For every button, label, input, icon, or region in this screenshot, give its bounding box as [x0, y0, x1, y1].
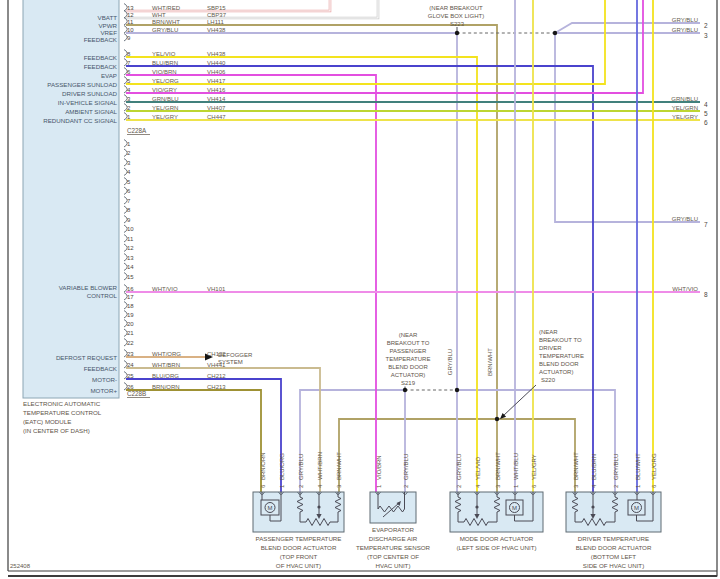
splice-text: BLEND DOOR: [388, 364, 428, 370]
pin-number: 3: [127, 160, 131, 166]
splice-text: (NEAR: [399, 332, 418, 338]
pin-function-label: FEEDBACK: [84, 365, 118, 372]
splice-points: [205, 27, 557, 421]
pin-number: 4: [127, 169, 131, 175]
pin-number: 6: [127, 69, 131, 75]
splice-text: BREAKOUT TO: [539, 337, 582, 343]
pin-function-label: MOTOR+: [90, 387, 117, 394]
pin-circuit-code: CH213: [207, 384, 226, 390]
pin-label: 6 YEL/ORG: [651, 453, 657, 488]
connector-b-rows: 12345678910111213141516WHT/VIOVH10117181…: [124, 140, 226, 391]
pin-label: 1 BLU/ORG: [279, 453, 285, 488]
pin-label: 4 BLU/BRN: [591, 454, 597, 488]
pin-circuit-code: VH406: [207, 69, 226, 75]
pin-label: 1 WHT/BLU: [513, 453, 519, 488]
driver-actuator-box: [566, 492, 661, 532]
caption-line: OF HVAC UNIT): [276, 562, 321, 569]
pin-number: 1: [127, 114, 131, 120]
exit-number: 4: [704, 101, 708, 108]
caption-line: TEMPERATURE CONTROL: [23, 409, 102, 416]
pin-wire-color: GRY/BLU: [152, 27, 178, 33]
wire-gry-blu-exit7: [555, 33, 700, 222]
component-pin-labels: 6 BRN/ORN 1 BLU/ORG 2 GRY/BLU 4 WHT/BRN …: [260, 452, 657, 488]
splice-dot-s223b: [553, 31, 557, 35]
pin-wire-color: YEL/GRY: [152, 114, 178, 120]
pin-wire-color: YEL/GRN: [152, 105, 178, 111]
pin-function-label: AMBIENT SIGNAL: [65, 108, 117, 115]
pin-number: 20: [127, 321, 134, 327]
pin-label: 3 BRN/WHT: [336, 452, 342, 488]
exit-wire-label: WHT/VIO: [672, 286, 698, 292]
pin-number: 2: [127, 105, 131, 111]
splice-dot-s220: [495, 417, 499, 421]
page-exits: GRY/BLU 2 GRY/BLU 3 GRN/BLU 4 YEL/GRN 5 …: [671, 17, 708, 298]
pin-function-label: FEEDBACK: [84, 63, 118, 70]
pin-number: 7: [127, 198, 131, 204]
caption-line: DRIVER TEMPERATURE: [578, 535, 649, 542]
caption-line: (LEFT SIDE OF HVAC UNIT): [456, 544, 536, 551]
pin-number: 2: [127, 150, 131, 156]
pin-wire-color: BLU/ORG: [152, 373, 179, 379]
eatc-module-caption: ELECTRONIC AUTOMATIC TEMPERATURE CONTROL…: [23, 400, 102, 434]
splice-text: ACTUATOR): [539, 369, 573, 375]
pin-number: 12: [127, 12, 134, 18]
pin-wire-color: BRN/ORN: [152, 384, 180, 390]
splice-s223-callout: (NEAR BREAKOUT GLOVE BOX LIGHT) S223: [428, 5, 484, 27]
pin-wire-color: VIO/BRN: [152, 69, 177, 75]
pin-label: 4 WHT/BRN: [317, 452, 323, 488]
caption-line: TEMPERATURE SENSOR: [356, 544, 431, 551]
wire-vref-branch-passenger: [339, 419, 497, 492]
caption-line: ELECTRONIC AUTOMATIC: [23, 400, 101, 407]
wire-driver-sunload-vio-gry: [126, 0, 643, 93]
pin-function-label: VBATT: [98, 14, 118, 21]
pin-number: 1: [127, 141, 131, 147]
pin-wire-color: WHT/RED: [152, 5, 181, 11]
pin-circuit-code: VH416: [207, 87, 226, 93]
pin-wire-color: WHT: [152, 12, 166, 18]
splice-text: GLOVE BOX LIGHT): [428, 13, 484, 19]
splice-text: PASSENGER: [390, 348, 428, 354]
splice-text: (NEAR: [539, 329, 558, 335]
caption-line: DISCHARGE AIR: [369, 535, 418, 542]
pin-wire-color: VIO/GRY: [152, 87, 177, 93]
exit-number: 8: [704, 291, 708, 298]
pin-number: 23: [127, 351, 134, 357]
components: M M: [253, 492, 661, 532]
pin-wire-color: WHT/VIO: [152, 286, 178, 292]
defogger-destination: DEFOGGER SYSTEM: [218, 352, 253, 366]
pin-number: 19: [127, 312, 134, 318]
pin-number: 5: [127, 179, 131, 185]
pin-number: 16: [127, 286, 134, 292]
splice-text: TEMPERATURE: [539, 353, 584, 359]
splice-text: BREAKOUT TO: [387, 340, 430, 346]
pin-wire-color: BLU/BRN: [152, 60, 178, 66]
pin-number: 8: [127, 207, 131, 213]
pin-circuit-code: LH111: [207, 19, 224, 25]
pin-circuit-code: CH212: [207, 373, 226, 379]
wire-motor-minus-blu-org: [126, 379, 281, 492]
caption-line: SIDE OF HVAC UNIT): [583, 562, 644, 569]
pin-wire-color: BRN/WHT: [152, 19, 180, 25]
wiring-diagram-page: M M: [0, 0, 720, 579]
caption-line: EVAPORATOR: [372, 526, 414, 533]
splice-id: S223: [450, 21, 465, 27]
splice-text: (NEAR BREAKOUT: [429, 5, 483, 11]
wire-feedback-blu-brn: [126, 66, 593, 492]
pin-number: 7: [127, 60, 131, 66]
splice-s219-callout: (NEAR BREAKOUT TO PASSENGER TEMPERATURE …: [386, 332, 431, 386]
passenger-actuator-box: [253, 492, 344, 532]
caption-line: (BOTTOM LEFT: [591, 553, 636, 560]
wire-feedback-yel-vio: [126, 57, 477, 492]
splice-text: DRIVER: [539, 345, 562, 351]
caption-line: HVAC UNIT): [376, 562, 411, 569]
pin-label: 4 YEL/VIO: [475, 456, 481, 488]
pin-function-label: EVAP: [101, 72, 117, 79]
caption-line: MODE DOOR ACTUATOR: [460, 535, 534, 542]
pin-number: 13: [127, 5, 134, 11]
evaporator-sensor-box: [370, 492, 416, 523]
pin-function-label: PASSENGER SUNLOAD: [47, 81, 117, 88]
caption-line: (IN CENTER OF DASH): [23, 427, 90, 434]
pin-number: 9: [127, 35, 131, 41]
pin-circuit-code: VH438: [207, 51, 226, 57]
pin-number: 6: [127, 188, 131, 194]
